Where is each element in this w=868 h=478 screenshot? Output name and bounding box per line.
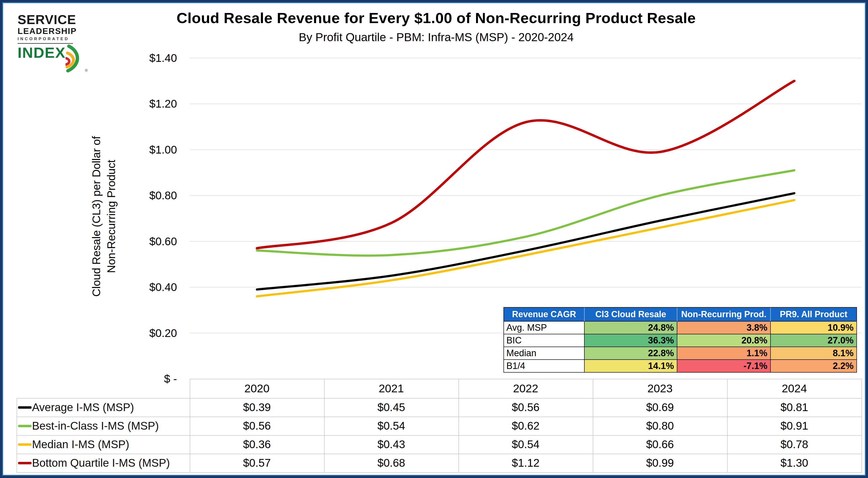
legend-label: Best-in-Class I-MS (MSP) xyxy=(32,417,159,435)
cagr-value-cell: 36.3% xyxy=(584,334,677,347)
y-axis-title: Cloud Resale (CL3) per Dollar of Non-Rec… xyxy=(89,96,123,337)
cagr-row: BIC36.3%20.8%27.0% xyxy=(504,334,857,347)
y-axis-title-line1: Cloud Resale (CL3) per Dollar of xyxy=(89,96,104,337)
table-value-cell: $0.68 xyxy=(355,454,427,472)
cagr-value-cell: 3.8% xyxy=(677,322,770,334)
logo-swoosh-icon xyxy=(65,44,84,73)
legend-label: Average I-MS (MSP) xyxy=(32,398,134,417)
table-value-cell: $0.45 xyxy=(355,398,427,417)
legend-marker xyxy=(18,406,32,409)
cagr-value-cell: 22.8% xyxy=(584,347,677,359)
registered-mark: ® xyxy=(85,68,88,73)
table-value-cell: $0.69 xyxy=(624,398,696,417)
table-value-cell: $0.91 xyxy=(758,417,831,435)
table-value-cell: $0.54 xyxy=(355,417,427,435)
cagr-value-cell: 2.2% xyxy=(770,359,857,372)
y-axis-title-line2: Non-Recurring Product xyxy=(104,96,119,337)
table-value-cell: $0.99 xyxy=(624,454,696,472)
table-value-cell: $0.36 xyxy=(221,435,293,454)
table-value-cell: $0.66 xyxy=(624,435,696,454)
chart-title: Cloud Resale Revenue for Every $1.00 of … xyxy=(2,9,868,27)
cagr-value-cell: 20.8% xyxy=(677,334,770,347)
y-axis-tick-label: $1.20 xyxy=(124,97,177,111)
y-axis-tick-label: $1.00 xyxy=(124,142,177,157)
y-axis-tick-label: $0.20 xyxy=(124,326,177,340)
table-value-cell: $0.81 xyxy=(758,398,831,417)
year-label: 2021 xyxy=(355,379,427,398)
revenue-cagr-table: Revenue CAGRCl3 Cloud ResaleNon-Recurrin… xyxy=(503,307,857,373)
year-label: 2020 xyxy=(221,379,293,398)
table-value-cell: $1.12 xyxy=(490,454,562,472)
table-value-cell: $0.80 xyxy=(624,417,696,435)
table-value-cell: $0.43 xyxy=(355,435,427,454)
chart-subtitle: By Profit Quartile - PBM: Infra-MS (MSP)… xyxy=(2,31,868,44)
cagr-row: Avg. MSP24.8%3.8%10.9% xyxy=(504,322,857,334)
legend-marker xyxy=(18,443,32,446)
cagr-value-cell: 27.0% xyxy=(770,334,857,347)
cagr-value-cell: 24.8% xyxy=(584,322,677,334)
cagr-value-cell: 10.9% xyxy=(770,322,857,334)
y-axis-tick-label: $1.40 xyxy=(124,51,177,65)
table-value-cell: $0.54 xyxy=(490,435,562,454)
year-label: 2022 xyxy=(490,379,562,398)
cagr-header-cell: Non-Recurring Prod. xyxy=(677,308,770,322)
legend-marker xyxy=(18,462,32,464)
table-value-cell: $1.30 xyxy=(758,454,831,472)
cagr-value-cell: 1.1% xyxy=(677,347,770,359)
table-value-cell: $0.78 xyxy=(758,435,831,454)
year-label: 2023 xyxy=(624,379,696,398)
cagr-header-cell: Revenue CAGR xyxy=(504,308,584,322)
cagr-row-label: B1/4 xyxy=(504,359,584,372)
cagr-row: B1/414.1%-7.1%2.2% xyxy=(504,359,857,372)
table-grid-line xyxy=(727,379,727,472)
chart-frame: SERVICE LEADERSHIP INCORPORATED INDEX ® … xyxy=(0,0,868,478)
cagr-value-cell: 14.1% xyxy=(584,359,677,372)
series-line-average-i-ms-msp- xyxy=(257,193,794,290)
cagr-row: Median22.8%1.1%8.1% xyxy=(504,347,857,359)
y-axis-tick-label: $0.40 xyxy=(124,280,177,294)
table-grid-line xyxy=(17,398,17,472)
year-label: 2024 xyxy=(758,379,831,398)
series-line-median-i-ms-msp- xyxy=(257,200,794,296)
y-axis-tick-label: $0.80 xyxy=(124,188,177,203)
legend-label: Bottom Quartile I-MS (MSP) xyxy=(32,454,170,472)
logo-index-text: INDEX xyxy=(18,44,65,61)
table-grid-line xyxy=(593,379,593,472)
table-grid-line xyxy=(862,379,862,472)
cagr-header-cell: Cl3 Cloud Resale xyxy=(584,308,677,322)
table-grid-line xyxy=(459,379,459,472)
y-axis-tick-label: $0.60 xyxy=(124,234,177,249)
series-line-best-in-class-i-ms-msp- xyxy=(257,170,794,256)
table-grid-line xyxy=(17,435,862,436)
y-axis-tick-label: $ - xyxy=(124,372,177,386)
table-grid-line xyxy=(17,398,862,399)
table-grid-line xyxy=(324,379,324,472)
table-value-cell: $0.39 xyxy=(221,398,293,417)
cagr-header-cell: PR9. All Product xyxy=(770,308,857,322)
cagr-row-label: Avg. MSP xyxy=(504,322,584,334)
legend-label: Median I-MS (MSP) xyxy=(32,435,129,454)
legend-marker xyxy=(18,425,32,427)
series-line-bottom-quartile-i-ms-msp- xyxy=(257,81,794,248)
cagr-row-label: Median xyxy=(504,347,584,359)
table-value-cell: $0.57 xyxy=(221,454,293,472)
table-grid-line xyxy=(17,472,862,473)
cagr-value-cell: 8.1% xyxy=(770,347,857,359)
cagr-value-cell: -7.1% xyxy=(677,359,770,372)
table-grid-line xyxy=(190,379,190,472)
table-value-cell: $0.56 xyxy=(490,398,562,417)
cagr-row-label: BIC xyxy=(504,334,584,347)
table-value-cell: $0.62 xyxy=(490,417,562,435)
table-value-cell: $0.56 xyxy=(221,417,293,435)
